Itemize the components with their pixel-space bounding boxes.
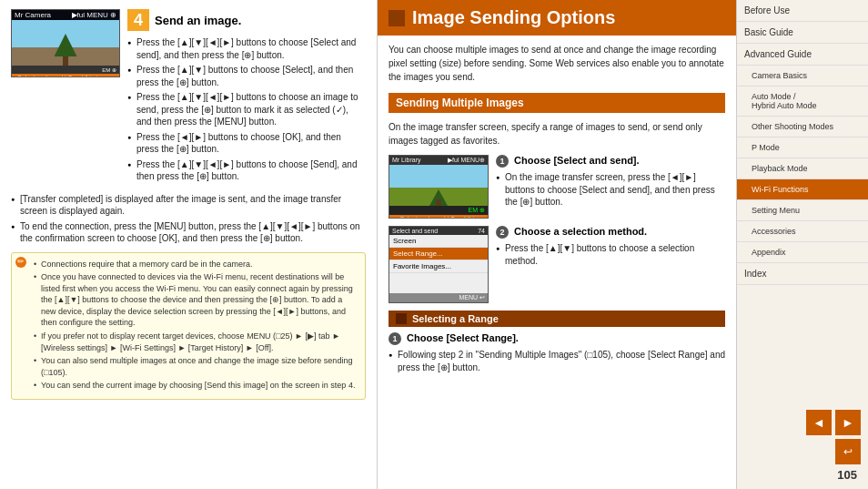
note-box: ✏ Connections require that a memory card… <box>11 252 366 401</box>
bullet-4: Press the [◄][►] buttons to choose [OK],… <box>127 131 366 156</box>
section2-icon <box>396 313 407 324</box>
cs3-select: Select Range... <box>389 248 488 260</box>
sidebar-item-index[interactable]: Index <box>737 263 868 285</box>
cs3-screen: Screen <box>389 235 488 248</box>
section2-step1: 1 Choose [Select Range]. Following step … <box>389 332 725 376</box>
bullet-3: Press the [▲][▼][◄][►] buttons to choose… <box>127 91 366 128</box>
step1-bullet: On the image transfer screen, press the … <box>496 171 725 209</box>
sidebar-item-setting-menu[interactable]: Setting Menu <box>737 200 868 221</box>
step1-row: Mr Library ▶ful MENU⊕ EM ⊕ Select and se… <box>389 155 725 219</box>
cs2-label: Mr Library <box>392 157 421 164</box>
step1-title: Choose [Select and send]. <box>514 155 640 166</box>
nav-buttons: ◄ ► <box>806 410 861 435</box>
section2-step1-bullet: Following step 2 in "Sending Multiple Im… <box>389 349 725 373</box>
extra-bullets: [Transfer completed] is displayed after … <box>11 193 366 245</box>
sidebar-label: Camera Basics <box>752 71 807 80</box>
sidebar-item-wifi[interactable]: Wi-Fi Functions <box>737 179 868 200</box>
camera-label: Mr Camera <box>15 11 51 19</box>
step2-row: Select and send 74 Screen Select Range..… <box>389 226 725 303</box>
sidebar-label: Before Use <box>744 5 790 15</box>
bullet-1: Press the [▲][▼][◄][►] buttons to choose… <box>127 36 366 61</box>
camera-icons: ▶ful MENU ⊕ <box>72 11 116 19</box>
section2-step1-badge: 1 <box>389 332 401 345</box>
step2-text: 2 Choose a selection method. Press the [… <box>496 226 725 303</box>
sidebar-item-playback[interactable]: Playback Mode <box>737 158 868 179</box>
cs3-num: 74 <box>478 228 485 234</box>
note-5: You can send the current image by choosi… <box>34 380 358 392</box>
section-icon <box>389 10 405 26</box>
sidebar-label: Other Shooting Modes <box>752 122 833 131</box>
step-number: 4 <box>127 9 149 31</box>
next-button[interactable]: ► <box>835 410 861 435</box>
section2-title: Selecting a Range <box>412 313 499 324</box>
bullet-5: Press the [▲][▼][◄][►] buttons to choose… <box>127 158 366 183</box>
sidebar-item-basic-guide[interactable]: Basic Guide <box>737 22 868 44</box>
cs3-bottom: MENU ↩ <box>389 293 488 302</box>
step2-bullet: Press the [▲][▼] buttons to choose a sel… <box>496 242 725 267</box>
sidebar-label: Accessories <box>752 227 796 236</box>
section2-step1-text: 1 Choose [Select Range]. Following step … <box>389 332 725 376</box>
left-panel: Mr Camera ▶ful MENU ⊕ EM ⊕ Select and se… <box>0 0 378 489</box>
camera-battery: EM ⊕ <box>102 66 116 73</box>
sidebar-label: P Mode <box>752 143 780 152</box>
sidebar-item-before-use[interactable]: Before Use <box>737 0 868 22</box>
sidebar-label: Index <box>744 269 766 279</box>
sidebar-item-other-shooting[interactable]: Other Shooting Modes <box>737 117 868 138</box>
section2-header: Selecting a Range <box>389 311 725 327</box>
camera-bottom-bar: Select and send | Send this image <box>12 74 119 77</box>
intro-text: You can choose multiple images to send a… <box>389 43 725 84</box>
note-icon: ✏ <box>15 257 26 268</box>
cs3-fav: Favorite Images... <box>389 260 488 273</box>
step2-title: Choose a selection method. <box>514 226 647 237</box>
note-4: You can also send multiple images at onc… <box>34 355 358 378</box>
sidebar-item-advanced-guide[interactable]: Advanced Guide <box>737 44 868 66</box>
sidebar-item-appendix[interactable]: Appendix <box>737 242 868 263</box>
sidebar-label: Auto Mode / Hybrid Auto Mode <box>752 92 817 110</box>
cs3-label: Select and send <box>392 228 438 234</box>
note-3: If you prefer not to display recent targ… <box>34 331 358 353</box>
cs2-icons: ▶ful MENU⊕ <box>448 157 485 164</box>
bullet-2: Press the [▲][▼] buttons to choose [Sele… <box>127 64 366 88</box>
camera-preview: Mr Camera ▶ful MENU ⊕ EM ⊕ Select and se… <box>11 9 120 77</box>
bullet-7: To end the connection, press the [MENU] … <box>11 220 366 245</box>
cs2-orange: Select and send | Send this image <box>389 215 488 219</box>
main-title: Image Sending Options <box>412 7 615 28</box>
step1-badge: 1 <box>496 155 509 168</box>
sidebar-item-accessories[interactable]: Accessories <box>737 221 868 242</box>
sidebar-label: Appendix <box>752 248 786 257</box>
step-bullets: Press the [▲][▼][◄][►] buttons to choose… <box>127 36 366 183</box>
middle-panel: Image Sending Options You can choose mul… <box>378 0 737 489</box>
sidebar-label: Wi-Fi Functions <box>752 185 809 194</box>
step-title: Send an image. <box>155 14 241 27</box>
sidebar-item-camera-basics[interactable]: Camera Basics <box>737 66 868 87</box>
sidebar-label: Setting Menu <box>752 206 800 215</box>
page-number: 105 <box>837 468 861 482</box>
step1-image: Mr Library ▶ful MENU⊕ EM ⊕ Select and se… <box>389 155 489 219</box>
section1-intro: On the image transfer screen, specify a … <box>389 120 725 148</box>
sidebar-label: Advanced Guide <box>744 49 812 59</box>
prev-button[interactable]: ◄ <box>806 410 832 435</box>
sidebar-label: Basic Guide <box>744 27 793 37</box>
sidebar-nav: Before Use Basic Guide Advanced Guide Ca… <box>737 0 868 402</box>
cs2-bottom: EM ⊕ <box>389 206 488 215</box>
bullet-6: [Transfer completed] is displayed after … <box>11 193 366 218</box>
sidebar-bottom: ◄ ► ↩ 105 <box>737 402 868 489</box>
step2-image: Select and send 74 Screen Select Range..… <box>389 226 489 303</box>
back-button[interactable]: ↩ <box>835 439 861 464</box>
section1-header: Sending Multiple Images <box>389 93 725 113</box>
step1-text: 1 Choose [Select and send]. On the image… <box>496 155 725 219</box>
note-2: Once you have connected to devices via t… <box>34 271 358 329</box>
right-sidebar: Before Use Basic Guide Advanced Guide Ca… <box>737 0 868 489</box>
note-1: Connections require that a memory card b… <box>34 259 358 270</box>
main-header: Image Sending Options <box>378 0 736 36</box>
sidebar-item-auto-mode[interactable]: Auto Mode / Hybrid Auto Mode <box>737 87 868 117</box>
step2-badge: 2 <box>496 226 509 239</box>
section2-step1-title: Choose [Select Range]. <box>407 332 519 343</box>
sidebar-label: Playback Mode <box>752 164 808 173</box>
sidebar-item-p-mode[interactable]: P Mode <box>737 138 868 158</box>
